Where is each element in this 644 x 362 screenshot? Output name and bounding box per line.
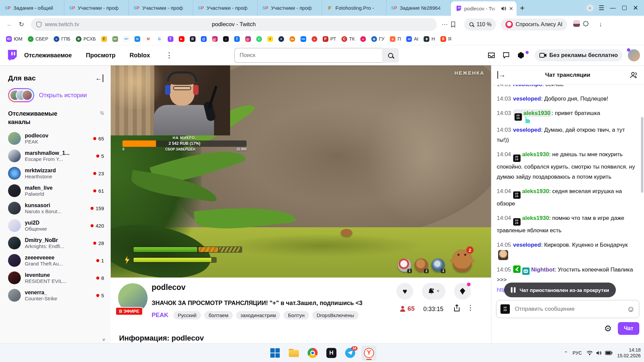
notifications-icon[interactable]: [517, 52, 527, 59]
bookmark-item[interactable]: @: [199, 35, 209, 43]
bookmark-item[interactable]: ok: [287, 35, 297, 43]
gift-sub-button[interactable]: [454, 283, 471, 300]
browser-tab[interactable]: SPУчастники - проф: [193, 0, 258, 16]
browser-tab[interactable]: FFotohosting.Pro -: [322, 0, 386, 16]
bookmark-item[interactable]: ✓СБЕР: [26, 35, 50, 43]
bookmark-item[interactable]: +: [276, 35, 286, 43]
clock-date[interactable]: 14:18 15.02.2026: [617, 347, 641, 359]
window-close-button[interactable]: ✕: [630, 2, 641, 14]
nav-more-icon[interactable]: ⋮: [164, 51, 174, 60]
tab-close-icon[interactable]: ✕: [509, 6, 513, 12]
bookmark-item[interactable]: F: [99, 35, 109, 43]
address-bar[interactable]: www.twitch.tv podlecov - Twitch: [31, 18, 437, 31]
chat-identity-badge[interactable]: 2025: [500, 304, 510, 314]
bookmark-flag-icon[interactable]: [451, 21, 463, 27]
downloads-icon[interactable]: ↓: [595, 21, 607, 28]
channel-name[interactable]: podlecov: [152, 283, 185, 292]
chat-community-icon[interactable]: [630, 72, 638, 78]
sidebar-channel-row[interactable]: zeeeeveeeeGrand Theft Au...1: [0, 252, 111, 269]
browser-tab[interactable]: SPЗадание №28964: [386, 0, 451, 16]
bookmark-item[interactable]: ❋РСХБ: [74, 35, 98, 43]
bookmark-item[interactable]: AIАI: [404, 35, 420, 43]
sidebar-channel-row[interactable]: kunsasoriNaruto x Borut...159: [0, 199, 111, 217]
bookmark-item[interactable]: M: [144, 35, 153, 43]
yandex-browser-icon[interactable]: Y: [362, 346, 376, 360]
notifications-bell-button[interactable]: ˅: [422, 283, 445, 300]
addressbar-more-icon[interactable]: ⋯: [439, 20, 451, 28]
chat-username[interactable]: veseloped: [513, 242, 541, 248]
new-tab-button[interactable]: +: [517, 2, 528, 14]
bookmark-item[interactable]: SF: [110, 35, 120, 43]
telegram-icon[interactable]: 34: [343, 346, 358, 360]
alice-ai-button[interactable]: Спросить Алису AI: [501, 18, 567, 31]
bookmark-item[interactable]: G: [155, 35, 164, 43]
browser-tab[interactable]: SPУчастники - проф: [64, 0, 129, 16]
chat-username[interactable]: rekotempo: [513, 85, 542, 87]
zoom-indicator[interactable]: 110 %: [464, 18, 496, 31]
sidebar-scroll-down-icon[interactable]: ˅: [102, 337, 105, 343]
bookmark-item[interactable]: ✆: [254, 35, 264, 43]
extensions-puzzle-icon[interactable]: [583, 21, 595, 27]
sidebar-channel-row[interactable]: leventuneRESIDENT EVIL...8: [0, 269, 111, 287]
inbox-icon[interactable]: [488, 52, 498, 59]
bookmark-item[interactable]: ✉: [132, 35, 142, 43]
bookmark-item[interactable]: VK: [299, 35, 308, 43]
bookmark-item[interactable]: РРТ: [321, 35, 338, 43]
nav-following[interactable]: Отслеживаемое: [24, 52, 72, 59]
more-options-icon[interactable]: ⋮: [467, 304, 474, 312]
open-stories-link[interactable]: Открыть истории: [39, 92, 87, 99]
bookmark-item[interactable]: ●: [358, 35, 368, 43]
sidebar-channel-row[interactable]: yui2DОбщение420: [0, 217, 111, 234]
sidebar-channel-row[interactable]: mrktwizzardHearthstone23: [0, 165, 111, 182]
share-icon[interactable]: [453, 304, 460, 312]
nav-browse[interactable]: Просмотр: [86, 52, 115, 59]
bookmark-item[interactable]: ⊕ГУ: [369, 35, 386, 43]
sidebar-channel-row[interactable]: mafen_livePalworld61: [0, 182, 111, 199]
tab-audio-icon[interactable]: [501, 6, 506, 11]
follow-heart-button[interactable]: ♥: [396, 283, 413, 300]
stream-tag[interactable]: DropsВключены: [312, 311, 359, 319]
battery-icon[interactable]: [605, 351, 612, 355]
chat-username[interactable]: aleks1930: [522, 151, 549, 158]
extension-screenshot-icon[interactable]: [571, 20, 583, 28]
sidebar-channel-row[interactable]: podlecovPEAK65: [0, 130, 111, 147]
tray-expand-icon[interactable]: ⌃: [564, 350, 568, 356]
stream-tag[interactable]: Русский: [173, 311, 201, 319]
chat-username[interactable]: aleks1930: [522, 215, 549, 221]
bookmark-item[interactable]: т: [265, 35, 275, 43]
window-minimize-button[interactable]: —: [607, 2, 619, 14]
adfree-button[interactable]: Без рекламы бесплатно: [535, 49, 623, 61]
browser-menu-icon[interactable]: ☰: [596, 2, 607, 14]
chat-settings-gear-icon[interactable]: ⚙: [604, 323, 612, 334]
sidebar-channel-row[interactable]: marshmallow_1...Escape From Y...5: [0, 147, 111, 165]
language-indicator[interactable]: РУС: [573, 350, 582, 356]
stream-tag[interactable]: болтаем: [204, 311, 233, 319]
chrome-icon[interactable]: [305, 346, 320, 360]
chat-input-box[interactable]: 2025 ☺: [496, 300, 639, 318]
search-input[interactable]: [234, 48, 382, 63]
collapse-chat-icon[interactable]: →: [497, 71, 505, 79]
page-scrollbar[interactable]: [641, 117, 643, 193]
bookmark-item[interactable]: ◎: [210, 35, 220, 43]
bookmark-item[interactable]: ◎: [243, 35, 253, 43]
bookmark-item[interactable]: ЯЯ: [438, 35, 453, 43]
emote-picker-icon[interactable]: ☺: [627, 304, 635, 314]
window-maximize-button[interactable]: [619, 2, 630, 14]
bookmark-item[interactable]: T: [166, 35, 175, 43]
bookmark-item[interactable]: f: [232, 35, 242, 43]
file-explorer-icon[interactable]: [286, 346, 301, 360]
sort-channels-icon[interactable]: ↑↓: [100, 110, 103, 116]
video-player[interactable]: НЕЖЕНКА НА МИКРО. 2 542 RUB (17%) 0 СБ: [111, 65, 491, 278]
bookmark-item[interactable]: ●: [310, 35, 319, 43]
tab-active-twitch[interactable]: podlecov - Tw ✕: [451, 1, 517, 16]
sidebar-channel-row[interactable]: Dmitry_NoBrArknights: Endfi...28: [0, 234, 111, 252]
chat-username[interactable]: veseloped: [513, 96, 541, 102]
browser-tab[interactable]: SPУчастники - проф: [258, 0, 322, 16]
sidebar-channel-row[interactable]: venerra_Counter-Strike5: [0, 287, 111, 304]
nav-roblox[interactable]: Roblox: [129, 52, 150, 59]
bookmark-item[interactable]: SP: [121, 35, 131, 43]
bookmark-item[interactable]: ≈ГПБ: [52, 35, 72, 43]
volume-icon[interactable]: [596, 351, 602, 355]
back-icon[interactable]: ←: [3, 21, 15, 28]
bookmark-item[interactable]: ♪: [221, 35, 231, 43]
